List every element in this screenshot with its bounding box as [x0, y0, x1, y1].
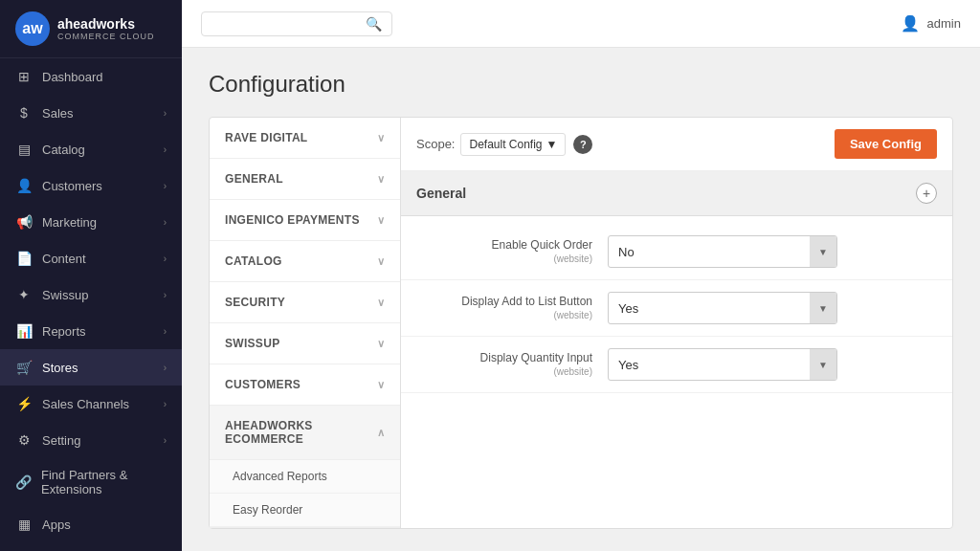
sidebar-item-reports[interactable]: 📊 Reports ›: [0, 313, 182, 349]
sidebar-item-domains[interactable]: 🌐 Domains: [0, 542, 182, 551]
chevron-down-icon: ∨: [377, 338, 385, 350]
sidebar-item-label: Sales Channels: [42, 397, 129, 411]
save-config-button[interactable]: Save Config: [835, 129, 937, 159]
search-input[interactable]: [212, 16, 366, 31]
chevron-down-icon: ∨: [377, 379, 385, 391]
chevron-right-icon: ›: [164, 435, 167, 446]
sidebar-item-label: Setting: [42, 433, 80, 448]
sidebar-item-label: Customers: [42, 179, 102, 193]
left-panel: RAVE DIGITAL ∨ GENERAL ∨ INGENICO EPAYME…: [210, 118, 401, 528]
sidebar-item-find-partners[interactable]: 🔗 Find Partners & Extensions: [0, 458, 182, 506]
select-enable-quick-order[interactable]: No Yes: [609, 238, 810, 266]
select-display-quantity-input[interactable]: No Yes: [609, 351, 810, 379]
page-title: Configuration: [209, 71, 953, 98]
sidebar-item-label: Apps: [42, 518, 71, 532]
sidebar-item-sales[interactable]: $ Sales ›: [0, 95, 182, 131]
left-panel-sub-item-easy-reorder[interactable]: Easy Reorder: [210, 494, 400, 527]
stores-icon: 🛒: [15, 359, 33, 376]
field-sub-display-quantity-input: (website): [416, 365, 592, 379]
swissup-icon: ✦: [15, 286, 33, 303]
select-arrow-icon: ▼: [810, 236, 836, 267]
sidebar-item-catalog[interactable]: ▤ Catalog ›: [0, 131, 182, 167]
sales-icon: $: [15, 104, 33, 121]
left-panel-item-rave-digital[interactable]: RAVE DIGITAL ∨: [210, 118, 400, 159]
form-row-display-add-to-list: Display Add to List Button (website) No …: [401, 280, 952, 337]
sidebar-logo: aw aheadworks COMMERCE CLOUD: [0, 0, 182, 58]
sidebar-item-stores[interactable]: 🛒 Stores ›: [0, 349, 182, 386]
left-panel-sub: Advanced Reports Easy Reorder: [210, 460, 400, 528]
select-display-add-to-list[interactable]: No Yes: [609, 295, 810, 322]
scope-label: Scope:: [416, 137, 455, 151]
sidebar-item-apps[interactable]: ▦ Apps: [0, 506, 182, 542]
logo-sub: COMMERCE CLOUD: [57, 32, 155, 41]
select-arrow-icon: ▼: [810, 349, 836, 380]
left-panel-item-aheadworks[interactable]: AHEADWORKS ECOMMERCE ∧: [210, 406, 400, 460]
sidebar-item-label: Stores: [42, 361, 78, 375]
catalog-icon: ▤: [15, 141, 33, 158]
sidebar-item-label: Sales: [42, 106, 74, 121]
form-rows: Enable Quick Order (website) No Yes ▼: [401, 216, 952, 401]
left-panel-item-swissup[interactable]: SWISSUP ∨: [210, 323, 400, 364]
chevron-up-icon: ∧: [377, 427, 385, 439]
main-area: 🔍 👤 admin Configuration RAVE DIGITAL ∨ G…: [182, 0, 980, 551]
sidebar-item-customers[interactable]: 👤 Customers ›: [0, 167, 182, 204]
field-label-enable-quick-order: Enable Quick Order: [492, 238, 592, 252]
sidebar-item-content[interactable]: 📄 Content ›: [0, 240, 182, 276]
scope-select[interactable]: Default Config ▼: [460, 133, 566, 156]
chevron-right-icon: ›: [164, 399, 167, 409]
select-control-enable-quick-order[interactable]: No Yes ▼: [608, 235, 837, 268]
reports-icon: 📊: [15, 322, 33, 340]
sidebar-item-label: Catalog: [42, 143, 85, 157]
field-label-display-quantity-input: Display Quantity Input: [480, 351, 592, 364]
chevron-right-icon: ›: [164, 217, 167, 228]
setting-icon: ⚙: [15, 431, 33, 449]
sidebar-item-label: Dashboard: [42, 70, 103, 84]
sidebar-item-label: Marketing: [42, 215, 97, 230]
left-panel-item-general[interactable]: GENERAL ∨: [210, 159, 400, 200]
sidebar-item-sales-channels[interactable]: ⚡ Sales Channels ›: [0, 386, 182, 422]
sales-channels-icon: ⚡: [15, 395, 33, 412]
sidebar-item-label: Reports: [42, 324, 86, 339]
left-panel-item-ingenico[interactable]: INGENICO EPAYMENTS ∨: [210, 200, 400, 241]
scope-value: Default Config: [469, 138, 542, 151]
field-label-display-add-to-list: Display Add to List Button: [461, 295, 592, 308]
scope-chevron-icon: ▼: [546, 138, 558, 151]
customers-icon: 👤: [15, 177, 33, 194]
chevron-right-icon: ›: [164, 144, 167, 155]
sidebar-item-setting[interactable]: ⚙ Setting ›: [0, 422, 182, 458]
config-card: RAVE DIGITAL ∨ GENERAL ∨ INGENICO EPAYME…: [209, 117, 953, 529]
chevron-down-icon: ∨: [377, 255, 385, 268]
chevron-down-icon: ∨: [377, 214, 385, 227]
select-control-display-add-to-list[interactable]: No Yes ▼: [608, 292, 837, 324]
left-panel-item-customers[interactable]: CUSTOMERS ∨: [210, 364, 400, 406]
marketing-icon: 📢: [15, 213, 33, 231]
sidebar-item-swissup[interactable]: ✦ Swissup ›: [0, 276, 182, 313]
sidebar-item-dashboard[interactable]: ⊞ Dashboard: [0, 58, 182, 95]
section-title: General: [416, 186, 466, 201]
sidebar: aw aheadworks COMMERCE CLOUD ⊞ Dashboard…: [0, 0, 182, 551]
left-panel-item-catalog[interactable]: CATALOG ∨: [210, 241, 400, 282]
left-panel-item-security[interactable]: SECURITY ∨: [210, 282, 400, 323]
form-row-display-quantity-input: Display Quantity Input (website) No Yes …: [401, 337, 952, 393]
right-panel: Scope: Default Config ▼ ? Save Config Ge…: [401, 118, 952, 528]
field-sub-display-add-to-list: (website): [416, 309, 592, 322]
add-section-button[interactable]: +: [916, 183, 937, 204]
field-sub-enable-quick-order: (website): [416, 253, 592, 266]
section-header: General +: [401, 171, 952, 216]
select-control-display-quantity-input[interactable]: No Yes ▼: [608, 348, 837, 381]
help-icon[interactable]: ?: [573, 135, 592, 154]
content-area: Configuration RAVE DIGITAL ∨ GENERAL ∨ I…: [182, 48, 980, 551]
search-button[interactable]: 🔍: [366, 16, 382, 32]
chevron-right-icon: ›: [164, 253, 167, 264]
user-label: admin: [927, 16, 961, 31]
content-icon: 📄: [15, 250, 33, 267]
find-partners-icon: 🔗: [15, 474, 32, 491]
left-panel-sub-item-advanced-reports[interactable]: Advanced Reports: [210, 460, 400, 494]
search-box[interactable]: 🔍: [201, 11, 392, 36]
chevron-right-icon: ›: [164, 181, 167, 191]
chevron-down-icon: ∨: [377, 297, 385, 309]
sidebar-item-marketing[interactable]: 📢 Marketing ›: [0, 204, 182, 240]
sidebar-item-label: Find Partners & Extensions: [41, 468, 167, 496]
chevron-right-icon: ›: [164, 326, 167, 337]
chevron-right-icon: ›: [164, 290, 167, 300]
